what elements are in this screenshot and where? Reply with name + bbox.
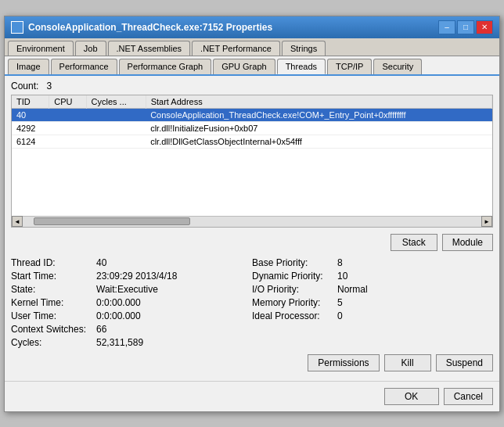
cycles-row: Cycles: 52,311,589 [11,337,252,348]
kernel-time-label: Kernel Time: [11,297,93,308]
table-header-row: TID CPU Cycles ... Start Address [12,95,492,109]
tab-performance-graph[interactable]: Performance Graph [119,59,212,74]
cycles-value: 52,311,589 [96,337,143,348]
io-priority-label: I/O Priority: [252,284,334,295]
io-priority-value: Normal [337,284,368,295]
tab-threads[interactable]: Threads [277,59,326,74]
dynamic-priority-row: Dynamic Priority: 10 [252,271,493,282]
horizontal-scrollbar[interactable]: ◄ ► [12,216,492,227]
scroll-left-arrow[interactable]: ◄ [12,216,23,227]
count-label: Count: [11,81,38,92]
tab-security[interactable]: Security [373,59,422,74]
tab-performance[interactable]: Performance [51,59,117,74]
permissions-button[interactable]: Permissions [308,354,379,371]
tab-net-performance[interactable]: .NET Performance [192,41,280,56]
cell-cycles [86,135,146,148]
table-row[interactable]: 40 ConsoleApplication_ThreadCheck.exe!CO… [12,108,492,121]
base-priority-value: 8 [337,257,343,268]
tab-row-1: Environment Job .NET Assemblies .NET Per… [5,38,499,56]
tab-environment[interactable]: Environment [8,41,74,56]
thread-table: TID CPU Cycles ... Start Address 40 Cons… [12,95,492,149]
base-priority-label: Base Priority: [252,257,334,268]
cell-tid: 40 [12,108,49,121]
cell-cpu [49,135,86,148]
dialog-buttons-row: OK Cancel [5,381,499,411]
col-cpu: CPU [49,95,86,109]
memory-priority-row: Memory Priority: 5 [252,297,493,308]
start-time-value: 23:09:29 2013/4/18 [96,271,177,282]
app-icon [11,21,23,34]
user-time-row: User Time: 0:0:00.000 [11,310,252,321]
cell-cycles [86,108,146,121]
cancel-button[interactable]: Cancel [444,388,493,405]
context-switches-label: Context Switches: [11,324,93,335]
start-time-label: Start Time: [11,271,93,282]
thread-id-label: Thread ID: [11,257,93,268]
stack-button[interactable]: Stack [391,234,437,251]
action-buttons-row: Stack Module [11,234,493,251]
state-row: State: Wait:Executive [11,284,252,295]
state-label: State: [11,284,93,295]
kernel-time-row: Kernel Time: 0:0:00.000 [11,297,252,308]
tab-net-assemblies[interactable]: .NET Assemblies [108,41,191,56]
cell-tid: 4292 [12,121,49,135]
ok-button[interactable]: OK [384,388,439,405]
dynamic-priority-label: Dynamic Priority: [252,271,334,282]
close-button[interactable]: ✕ [476,20,493,34]
main-window: ConsoleApplication_ThreadCheck.exe:7152 … [4,16,500,412]
tab-image[interactable]: Image [8,59,49,74]
thread-id-row: Thread ID: 40 [11,257,252,268]
details-section: Thread ID: 40 Start Time: 23:09:29 2013/… [11,257,493,348]
window-title: ConsoleApplication_ThreadCheck.exe:7152 … [28,22,438,33]
col-tid: TID [12,95,49,109]
cell-address: clr.dll!InitializeFusion+0xb07 [146,121,491,135]
module-button[interactable]: Module [442,234,493,251]
state-value: Wait:Executive [96,284,158,295]
ideal-processor-value: 0 [337,310,343,321]
titlebar: ConsoleApplication_ThreadCheck.exe:7152 … [5,16,499,38]
count-row: Count: 3 [11,81,493,92]
minimize-button[interactable]: – [438,20,455,34]
cell-address: clr.dll!DllGetClassObjectInternal+0x54ff… [146,135,491,148]
context-switches-row: Context Switches: 66 [11,324,252,335]
titlebar-controls: – □ ✕ [438,20,493,34]
memory-priority-label: Memory Priority: [252,297,334,308]
thread-table-container: TID CPU Cycles ... Start Address 40 Cons… [11,95,493,228]
base-priority-row: Base Priority: 8 [252,257,493,268]
cell-cpu [49,121,86,135]
scroll-right-arrow[interactable]: ► [481,216,492,227]
thread-id-value: 40 [96,257,106,268]
maximize-button[interactable]: □ [457,20,474,34]
kernel-time-value: 0:0:00.000 [96,297,141,308]
details-left-col: Thread ID: 40 Start Time: 23:09:29 2013/… [11,257,252,348]
ideal-processor-label: Ideal Processor: [252,310,334,321]
kill-button[interactable]: Kill [384,354,431,371]
memory-priority-value: 5 [337,297,343,308]
user-time-label: User Time: [11,310,93,321]
tab-row-2: Image Performance Performance Graph GPU … [5,56,499,76]
cell-address: ConsoleApplication_ThreadCheck.exe!COM+_… [146,108,491,121]
cell-cycles [86,121,146,135]
cell-cpu [49,108,86,121]
start-time-row: Start Time: 23:09:29 2013/4/18 [11,271,252,282]
table-row[interactable]: 4292 clr.dll!InitializeFusion+0xb07 [12,121,492,135]
dynamic-priority-value: 10 [337,271,347,282]
content-area: Count: 3 TID CPU Cycles ... Start Addres… [5,76,499,376]
user-time-value: 0:0:00.000 [96,310,141,321]
tab-tcp-ip[interactable]: TCP/IP [327,59,372,74]
details-right-col: Base Priority: 8 Dynamic Priority: 10 I/… [252,257,493,348]
suspend-button[interactable]: Suspend [436,354,493,371]
ideal-processor-row: Ideal Processor: 0 [252,310,493,321]
tab-job[interactable]: Job [75,41,106,56]
col-cycles: Cycles ... [86,95,146,109]
tab-gpu-graph[interactable]: GPU Graph [213,59,275,74]
context-switches-value: 66 [96,324,106,335]
scroll-thumb[interactable] [34,217,190,225]
cell-tid: 6124 [12,135,49,148]
cycles-label: Cycles: [11,337,93,348]
col-address: Start Address [146,95,491,109]
tab-strings[interactable]: Strings [282,41,326,56]
io-priority-row: I/O Priority: Normal [252,284,493,295]
count-value: 3 [46,81,52,92]
table-row[interactable]: 6124 clr.dll!DllGetClassObjectInternal+0… [12,135,492,148]
